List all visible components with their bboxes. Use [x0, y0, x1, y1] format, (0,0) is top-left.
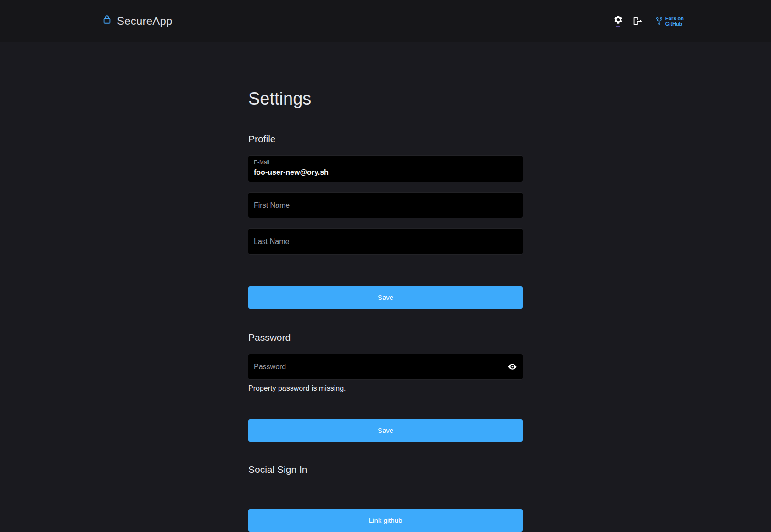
social-sign-in-section: Social Sign In Link github — [248, 464, 523, 532]
logout-button[interactable] — [631, 14, 643, 28]
page-title: Settings — [248, 88, 523, 109]
gear-icon — [613, 15, 623, 25]
password-section: Password Property password is missing. S… — [248, 332, 523, 451]
nav-actions: Fork on GitHub — [612, 13, 684, 29]
password-form-note: . — [248, 444, 523, 451]
last-name-field[interactable] — [248, 229, 523, 254]
social-sign-in-heading: Social Sign In — [248, 464, 523, 475]
toggle-password-visibility-button[interactable] — [508, 362, 517, 371]
fork-on-github-label: Fork on GitHub — [665, 16, 684, 27]
profile-save-button[interactable]: Save — [248, 286, 523, 309]
link-github-button[interactable]: Link github — [248, 509, 523, 532]
profile-section: Profile E-Mail Save . — [248, 133, 523, 318]
first-name-field[interactable] — [248, 193, 523, 218]
settings-nav-button[interactable] — [612, 13, 624, 29]
last-name-input[interactable] — [254, 238, 517, 246]
brand[interactable]: SecureApp — [102, 15, 173, 28]
lock-icon — [102, 13, 112, 25]
email-field[interactable]: E-Mail — [248, 156, 523, 182]
navbar: SecureApp — [0, 0, 771, 42]
logout-icon — [632, 16, 642, 26]
first-name-input[interactable] — [254, 201, 517, 210]
password-save-button[interactable]: Save — [248, 419, 523, 442]
email-input[interactable] — [254, 166, 517, 178]
password-heading: Password — [248, 332, 523, 343]
password-field[interactable] — [248, 354, 523, 379]
profile-heading: Profile — [248, 133, 523, 144]
profile-form-note: . — [248, 311, 523, 318]
password-input[interactable] — [254, 363, 503, 371]
fork-on-github-link[interactable]: Fork on GitHub — [655, 16, 684, 27]
active-tab-underline — [616, 26, 620, 27]
settings-page: Settings Profile E-Mail Save . Password — [248, 88, 523, 532]
email-field-label: E-Mail — [254, 159, 517, 166]
password-error-message: Property password is missing. — [248, 384, 523, 393]
git-fork-icon — [655, 17, 663, 26]
brand-name: SecureApp — [117, 15, 173, 28]
eye-icon — [508, 362, 517, 371]
